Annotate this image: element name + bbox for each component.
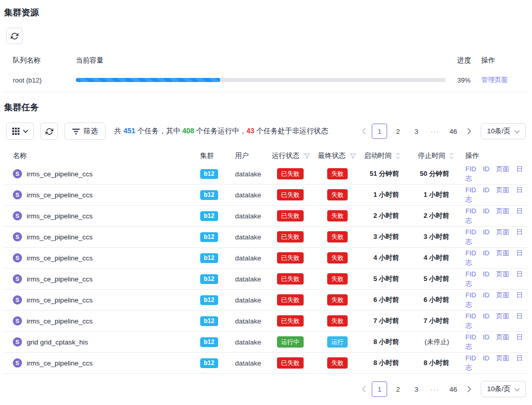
task-type-avatar: S xyxy=(13,358,22,368)
cluster-resources-title: 集群资源 xyxy=(4,7,532,18)
page-ellipsis[interactable]: ··· xyxy=(427,381,442,397)
fid-link[interactable]: FID xyxy=(465,333,476,341)
id-link[interactable]: ID xyxy=(483,249,490,257)
cluster-tag: b12 xyxy=(200,211,218,221)
col-header-start-time-label: 启动时间 xyxy=(364,151,392,160)
page-button-1[interactable]: 1 xyxy=(372,381,387,397)
pagination-top: 1 2 3 ··· 46 10条/页 xyxy=(357,123,526,139)
task-name: irms_ce_pipeline_ccs xyxy=(27,275,93,283)
next-page-icon[interactable] xyxy=(462,381,476,397)
summary-nonrunning-count: 43 xyxy=(246,127,254,135)
page-link[interactable]: 页面 xyxy=(496,249,509,257)
task-type-avatar: S xyxy=(13,211,22,220)
start-time: 8 小时前 xyxy=(373,359,399,367)
table-row: S irms_ce_pipeline_ccs b12 datalake 已失败 … xyxy=(4,206,528,227)
resources-refresh-button[interactable] xyxy=(6,28,23,44)
page-link[interactable]: 页面 xyxy=(496,165,509,173)
task-type-avatar: S xyxy=(13,316,22,326)
fid-link[interactable]: FID xyxy=(465,186,476,194)
stop-time: 5 小时前 xyxy=(423,275,449,282)
filter-button[interactable]: 筛选 xyxy=(65,123,105,140)
id-link[interactable]: ID xyxy=(483,270,490,278)
task-name: irms_ce_pipeline_ccs xyxy=(27,170,93,178)
run-status-badge: 已失败 xyxy=(277,294,304,306)
capacity-progress-fill xyxy=(76,78,220,82)
next-page-icon[interactable] xyxy=(462,124,476,139)
run-status-badge: 已失败 xyxy=(277,315,304,327)
page-link[interactable]: 页面 xyxy=(496,333,509,341)
fid-link[interactable]: FID xyxy=(465,249,476,257)
table-row: S irms_ce_pipeline_ccs b12 datalake 已失败 … xyxy=(4,185,528,206)
page-link[interactable]: 页面 xyxy=(496,354,509,362)
id-link[interactable]: ID xyxy=(483,228,490,236)
page-size-select[interactable]: 10条/页 xyxy=(481,381,526,397)
page-link[interactable]: 页面 xyxy=(496,207,509,215)
id-link[interactable]: ID xyxy=(483,312,490,320)
cluster-tag: b12 xyxy=(200,232,218,242)
filter-funnel-icon[interactable] xyxy=(304,153,310,159)
id-link[interactable]: ID xyxy=(483,207,490,215)
id-link[interactable]: ID xyxy=(483,354,490,362)
page-button-46[interactable]: 46 xyxy=(445,124,461,139)
page-button-46[interactable]: 46 xyxy=(445,381,461,397)
page-size-select[interactable]: 10条/页 xyxy=(481,123,526,139)
final-status-badge: 失败 xyxy=(327,210,348,221)
fid-link[interactable]: FID xyxy=(465,291,476,299)
fid-link[interactable]: FID xyxy=(465,165,476,173)
stop-time: 8 小时前 xyxy=(423,359,449,367)
id-link[interactable]: ID xyxy=(483,186,490,194)
filter-funnel-icon[interactable] xyxy=(350,153,356,159)
column-settings-button[interactable] xyxy=(6,123,34,140)
stop-time: 7 小时前 xyxy=(423,317,449,325)
task-name: irms_ce_pipeline_ccs xyxy=(27,212,93,220)
tasks-refresh-button[interactable] xyxy=(40,123,58,140)
final-status-badge: 失败 xyxy=(327,357,348,369)
sorter-icon[interactable] xyxy=(450,153,454,159)
task-type-avatar: S xyxy=(13,337,22,347)
fid-link[interactable]: FID xyxy=(465,270,476,278)
fid-link[interactable]: FID xyxy=(465,228,476,236)
sorter-icon[interactable] xyxy=(396,153,400,159)
id-link[interactable]: ID xyxy=(483,165,490,173)
page-link[interactable]: 页面 xyxy=(496,270,509,278)
final-status-badge: 失败 xyxy=(327,294,348,306)
page-button-1[interactable]: 1 xyxy=(372,124,387,139)
resources-table: 队列名称 当前容量 进度 操作 root (b12) 39% 管理页面 xyxy=(4,53,528,92)
task-name: irms_ce_pipeline_ccs xyxy=(27,191,93,199)
start-time: 8 小时前 xyxy=(373,338,399,346)
prev-page-icon[interactable] xyxy=(357,124,370,139)
summary-running-count: 408 xyxy=(182,127,194,135)
run-status-badge: 已失败 xyxy=(277,231,304,242)
page-link[interactable]: 页面 xyxy=(496,228,509,236)
col-header-run-status: 运行状态 xyxy=(272,151,318,160)
id-link[interactable]: ID xyxy=(483,333,490,341)
stop-time: 2 小时前 xyxy=(423,212,449,219)
manage-page-link[interactable]: 管理页面 xyxy=(481,76,508,84)
fid-link[interactable]: FID xyxy=(465,207,476,215)
page-link[interactable]: 页面 xyxy=(496,186,509,194)
col-header-stop-time-label: 停止时间 xyxy=(409,151,445,160)
run-status-badge: 运行中 xyxy=(277,336,304,348)
col-header-run-status-label: 运行状态 xyxy=(272,151,300,160)
page-ellipsis[interactable]: ··· xyxy=(427,124,442,139)
page-button-3[interactable]: 3 xyxy=(409,124,424,139)
id-link[interactable]: ID xyxy=(483,291,490,299)
fid-link[interactable]: FID xyxy=(465,354,476,362)
prev-page-icon[interactable] xyxy=(357,381,370,397)
page-size-value: 10条/页 xyxy=(487,127,510,136)
cluster-tag: b12 xyxy=(200,190,218,200)
start-time: 4 小时前 xyxy=(373,254,399,261)
start-time: 3 小时前 xyxy=(373,233,399,240)
user-name: datalake xyxy=(231,359,272,367)
page-button-3[interactable]: 3 xyxy=(409,381,424,397)
cluster-tag: b12 xyxy=(200,316,218,326)
cluster-tag: b12 xyxy=(200,169,218,179)
fid-link[interactable]: FID xyxy=(465,312,476,320)
page-button-2[interactable]: 2 xyxy=(390,381,406,397)
run-status-badge: 已失败 xyxy=(277,357,304,369)
start-time: 7 小时前 xyxy=(373,317,399,325)
page-link[interactable]: 页面 xyxy=(496,291,509,299)
page-button-2[interactable]: 2 xyxy=(390,124,406,139)
page-link[interactable]: 页面 xyxy=(496,312,509,320)
filter-button-label: 筛选 xyxy=(83,127,98,136)
